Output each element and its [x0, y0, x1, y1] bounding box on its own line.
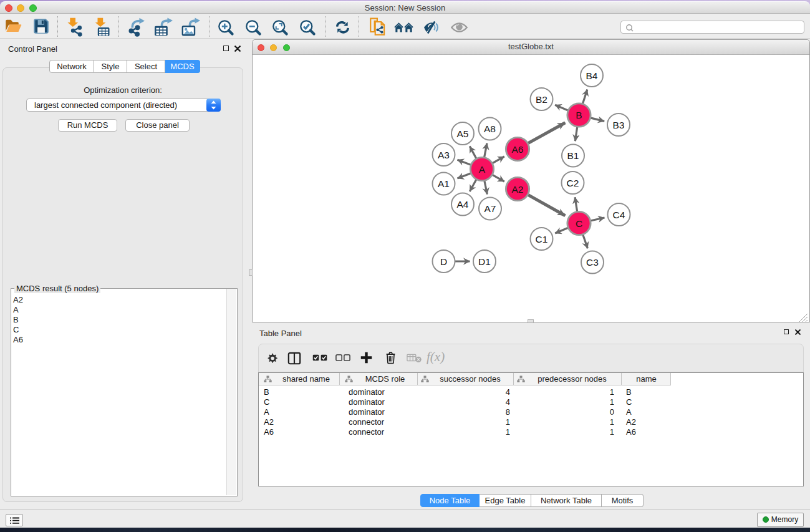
- svg-text:A6: A6: [512, 144, 524, 155]
- svg-text:B2: B2: [536, 94, 547, 105]
- svg-text:C: C: [576, 218, 582, 229]
- svg-text:B4: B4: [586, 70, 598, 81]
- svg-text:C4: C4: [613, 210, 625, 220]
- svg-text:A: A: [479, 164, 486, 175]
- svg-text:A7: A7: [485, 203, 496, 214]
- svg-text:C3: C3: [586, 257, 599, 268]
- svg-text:B3: B3: [613, 120, 625, 130]
- svg-text:B: B: [576, 110, 582, 120]
- svg-text:C2: C2: [567, 178, 579, 188]
- svg-text:A2: A2: [512, 184, 524, 195]
- svg-text:A1: A1: [438, 178, 450, 189]
- svg-text:A5: A5: [457, 128, 469, 139]
- svg-text:B1: B1: [567, 150, 579, 161]
- svg-text:A4: A4: [457, 199, 469, 210]
- svg-text:C1: C1: [536, 234, 548, 244]
- svg-text:D: D: [440, 256, 447, 267]
- svg-text:A3: A3: [438, 150, 450, 160]
- svg-text:A8: A8: [484, 123, 496, 134]
- svg-text:D1: D1: [478, 256, 491, 267]
